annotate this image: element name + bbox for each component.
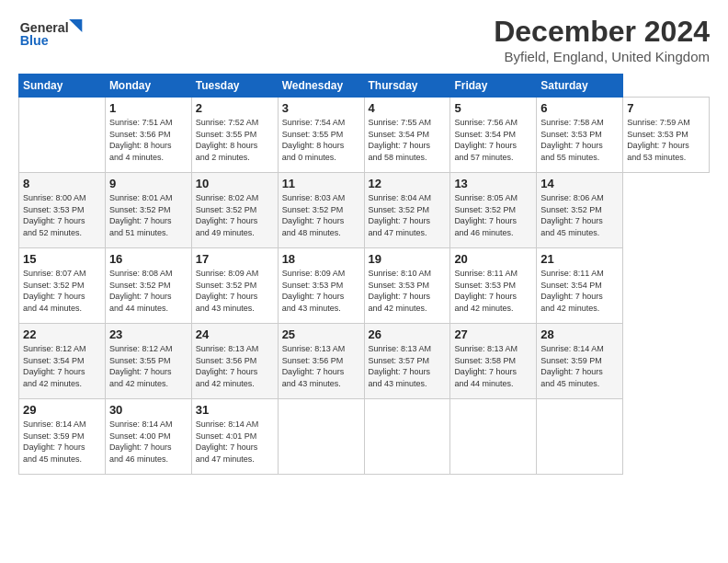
day-number: 2 — [196, 101, 274, 115]
calendar-cell: 29Sunrise: 8:14 AMSunset: 3:59 PMDayligh… — [19, 399, 106, 475]
cell-info: Sunrise: 8:13 AMSunset: 3:58 PMDaylight:… — [454, 343, 532, 389]
calendar-cell: 17Sunrise: 8:09 AMSunset: 3:52 PMDayligh… — [191, 248, 278, 324]
calendar-cell: 12Sunrise: 8:04 AMSunset: 3:52 PMDayligh… — [364, 173, 450, 248]
col-monday: Monday — [105, 75, 191, 98]
calendar-week-4: 29Sunrise: 8:14 AMSunset: 3:59 PMDayligh… — [19, 399, 710, 475]
calendar-cell: 18Sunrise: 8:09 AMSunset: 3:53 PMDayligh… — [278, 248, 364, 324]
calendar-cell: 25Sunrise: 8:13 AMSunset: 3:56 PMDayligh… — [278, 324, 364, 399]
calendar-cell: 31Sunrise: 8:14 AMSunset: 4:01 PMDayligh… — [191, 399, 278, 475]
calendar-cell: 21Sunrise: 8:11 AMSunset: 3:54 PMDayligh… — [537, 248, 623, 324]
cell-info: Sunrise: 8:07 AMSunset: 3:52 PMDaylight:… — [23, 268, 101, 314]
calendar-cell: 26Sunrise: 8:13 AMSunset: 3:57 PMDayligh… — [364, 324, 450, 399]
calendar-cell: 6Sunrise: 7:58 AMSunset: 3:53 PMDaylight… — [537, 98, 623, 173]
cell-info: Sunrise: 7:55 AMSunset: 3:54 PMDaylight:… — [369, 117, 447, 163]
calendar-week-2: 15Sunrise: 8:07 AMSunset: 3:52 PMDayligh… — [19, 248, 710, 324]
cell-info: Sunrise: 7:58 AMSunset: 3:53 PMDaylight:… — [540, 117, 619, 163]
calendar-cell: 1Sunrise: 7:51 AMSunset: 3:56 PMDaylight… — [105, 98, 191, 173]
cell-info: Sunrise: 8:13 AMSunset: 3:56 PMDaylight:… — [282, 343, 360, 389]
col-sunday: Sunday — [19, 75, 106, 98]
page: General Blue December 2024 Byfield, Engl… — [0, 0, 728, 484]
cell-info: Sunrise: 8:11 AMSunset: 3:54 PMDaylight:… — [540, 268, 619, 314]
month-title: December 2024 — [494, 15, 710, 49]
calendar-cell: 10Sunrise: 8:02 AMSunset: 3:52 PMDayligh… — [191, 173, 278, 248]
day-number: 4 — [369, 101, 447, 115]
calendar-cell — [278, 399, 364, 475]
calendar-week-3: 22Sunrise: 8:12 AMSunset: 3:54 PMDayligh… — [19, 324, 710, 399]
calendar-cell: 8Sunrise: 8:00 AMSunset: 3:53 PMDaylight… — [19, 173, 106, 248]
calendar-cell: 16Sunrise: 8:08 AMSunset: 3:52 PMDayligh… — [105, 248, 191, 324]
calendar-cell: 22Sunrise: 8:12 AMSunset: 3:54 PMDayligh… — [19, 324, 106, 399]
calendar-cell: 9Sunrise: 8:01 AMSunset: 3:52 PMDaylight… — [105, 173, 191, 248]
cell-info: Sunrise: 8:10 AMSunset: 3:53 PMDaylight:… — [369, 268, 447, 314]
calendar-week-0: 1Sunrise: 7:51 AMSunset: 3:56 PMDaylight… — [19, 98, 710, 173]
header-row: Sunday Monday Tuesday Wednesday Thursday… — [19, 75, 710, 98]
cell-info: Sunrise: 7:54 AMSunset: 3:55 PMDaylight:… — [282, 117, 360, 163]
day-number: 18 — [282, 252, 360, 266]
day-number: 29 — [23, 403, 101, 417]
cell-info: Sunrise: 8:04 AMSunset: 3:52 PMDaylight:… — [369, 192, 447, 238]
cell-info: Sunrise: 8:05 AMSunset: 3:52 PMDaylight:… — [454, 192, 532, 238]
day-number: 31 — [196, 403, 274, 417]
day-number: 14 — [540, 177, 619, 190]
calendar-table: Sunday Monday Tuesday Wednesday Thursday… — [18, 74, 710, 475]
cell-info: Sunrise: 7:52 AMSunset: 3:55 PMDaylight:… — [196, 117, 274, 163]
calendar-cell: 4Sunrise: 7:55 AMSunset: 3:54 PMDaylight… — [364, 98, 450, 173]
calendar-cell — [364, 399, 450, 475]
cell-info: Sunrise: 8:14 AMSunset: 3:59 PMDaylight:… — [23, 419, 101, 465]
cell-info: Sunrise: 8:12 AMSunset: 3:55 PMDaylight:… — [109, 343, 188, 389]
cell-info: Sunrise: 8:13 AMSunset: 3:57 PMDaylight:… — [369, 343, 447, 389]
col-thursday: Thursday — [364, 75, 450, 98]
cell-info: Sunrise: 7:59 AMSunset: 3:53 PMDaylight:… — [627, 117, 705, 163]
cell-info: Sunrise: 8:14 AMSunset: 3:59 PMDaylight:… — [540, 343, 619, 389]
calendar-cell — [537, 399, 623, 475]
day-number: 7 — [627, 101, 705, 115]
day-number: 9 — [109, 177, 188, 190]
cell-info: Sunrise: 7:56 AMSunset: 3:54 PMDaylight:… — [454, 117, 532, 163]
day-number: 23 — [109, 327, 188, 341]
col-wednesday: Wednesday — [278, 75, 364, 98]
calendar-cell: 20Sunrise: 8:11 AMSunset: 3:53 PMDayligh… — [450, 248, 537, 324]
day-number: 3 — [282, 101, 360, 115]
day-number: 15 — [23, 252, 101, 266]
cell-info: Sunrise: 8:00 AMSunset: 3:53 PMDaylight:… — [23, 192, 101, 238]
logo-svg: General Blue — [18, 15, 92, 52]
calendar-cell — [19, 98, 106, 173]
header: General Blue December 2024 Byfield, Engl… — [18, 15, 710, 64]
day-number: 19 — [369, 252, 447, 266]
col-tuesday: Tuesday — [191, 75, 278, 98]
logo: General Blue — [18, 15, 92, 52]
calendar-cell: 2Sunrise: 7:52 AMSunset: 3:55 PMDaylight… — [191, 98, 278, 173]
calendar-cell: 19Sunrise: 8:10 AMSunset: 3:53 PMDayligh… — [364, 248, 450, 324]
day-number: 5 — [454, 101, 532, 115]
title-block: December 2024 Byfield, England, United K… — [494, 15, 710, 64]
day-number: 17 — [196, 252, 274, 266]
day-number: 28 — [540, 327, 619, 341]
calendar-cell: 13Sunrise: 8:05 AMSunset: 3:52 PMDayligh… — [450, 173, 537, 248]
cell-info: Sunrise: 8:11 AMSunset: 3:53 PMDaylight:… — [454, 268, 532, 314]
calendar-cell: 3Sunrise: 7:54 AMSunset: 3:55 PMDaylight… — [278, 98, 364, 173]
day-number: 20 — [454, 252, 532, 266]
day-number: 25 — [282, 327, 360, 341]
cell-info: Sunrise: 8:02 AMSunset: 3:52 PMDaylight:… — [196, 192, 274, 238]
calendar-cell: 14Sunrise: 8:06 AMSunset: 3:52 PMDayligh… — [537, 173, 623, 248]
day-number: 21 — [540, 252, 619, 266]
day-number: 11 — [282, 177, 360, 190]
day-number: 22 — [23, 327, 101, 341]
cell-info: Sunrise: 8:12 AMSunset: 3:54 PMDaylight:… — [23, 343, 101, 389]
cell-info: Sunrise: 8:06 AMSunset: 3:52 PMDaylight:… — [540, 192, 619, 238]
calendar-cell — [450, 399, 537, 475]
cell-info: Sunrise: 8:14 AMSunset: 4:00 PMDaylight:… — [109, 419, 188, 465]
calendar-cell: 28Sunrise: 8:14 AMSunset: 3:59 PMDayligh… — [537, 324, 623, 399]
day-number: 10 — [196, 177, 274, 190]
day-number: 12 — [369, 177, 447, 190]
calendar-cell: 30Sunrise: 8:14 AMSunset: 4:00 PMDayligh… — [105, 399, 191, 475]
cell-info: Sunrise: 8:13 AMSunset: 3:56 PMDaylight:… — [196, 343, 274, 389]
calendar-cell: 7Sunrise: 7:59 AMSunset: 3:53 PMDaylight… — [623, 98, 710, 173]
calendar-cell: 24Sunrise: 8:13 AMSunset: 3:56 PMDayligh… — [191, 324, 278, 399]
calendar-week-1: 8Sunrise: 8:00 AMSunset: 3:53 PMDaylight… — [19, 173, 710, 248]
cell-info: Sunrise: 8:03 AMSunset: 3:52 PMDaylight:… — [282, 192, 360, 238]
cell-info: Sunrise: 8:09 AMSunset: 3:53 PMDaylight:… — [282, 268, 360, 314]
day-number: 1 — [109, 101, 188, 115]
calendar-cell: 23Sunrise: 8:12 AMSunset: 3:55 PMDayligh… — [105, 324, 191, 399]
calendar-cell: 27Sunrise: 8:13 AMSunset: 3:58 PMDayligh… — [450, 324, 537, 399]
